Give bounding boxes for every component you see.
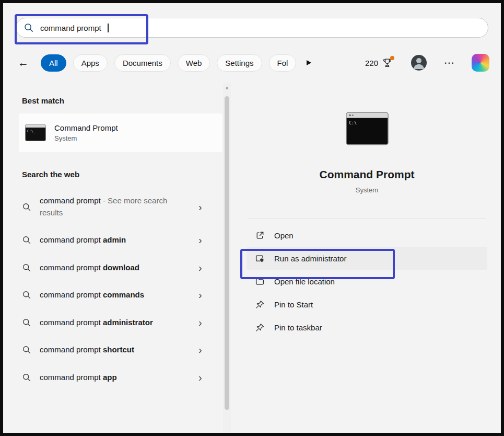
filter-tab-apps[interactable]: Apps	[73, 54, 108, 72]
filter-tab-settings[interactable]: Settings	[217, 54, 262, 72]
action-label: Open file location	[274, 277, 335, 286]
action-list: Open Run as administrator Open file loca…	[247, 224, 487, 339]
action-run-as-administrator[interactable]: Run as administrator	[247, 247, 487, 270]
chevron-right-icon[interactable]: ›	[198, 345, 204, 355]
suggestion-text: command prompt admin	[40, 234, 190, 246]
action-label: Pin to Start	[274, 300, 313, 309]
suggestion-text: command prompt commands	[40, 289, 190, 301]
search-input[interactable]: command prompt	[40, 24, 101, 32]
best-match-subtitle: System	[54, 134, 118, 142]
suggestion-text: command prompt shortcut	[40, 344, 190, 356]
best-match-header: Best match	[22, 96, 219, 105]
more-filters-icon[interactable]	[305, 59, 312, 66]
chevron-right-icon[interactable]: ›	[198, 235, 204, 245]
scrollbar: ∧	[223, 83, 231, 433]
suggestion-text: command prompt app	[40, 372, 190, 384]
search-icon	[22, 290, 31, 300]
chevron-right-icon[interactable]: ›	[198, 317, 204, 328]
search-suggestion[interactable]: command prompt - See more search results…	[19, 187, 222, 226]
search-suggestion[interactable]: command prompt shortcut ›	[19, 336, 222, 364]
search-icon	[22, 235, 31, 245]
rewards-counter[interactable]: 220	[365, 58, 393, 68]
svg-text:C:\: C:\	[349, 120, 357, 125]
best-match-title: Command Prompt	[54, 123, 118, 132]
pin-icon	[255, 323, 265, 332]
text-caret	[108, 24, 109, 32]
suggestion-text: command prompt download	[40, 262, 190, 274]
search-suggestion[interactable]: command prompt commands ›	[19, 281, 222, 309]
rewards-trophy-icon	[382, 58, 393, 68]
open-external-icon	[255, 231, 265, 240]
chevron-right-icon[interactable]: ›	[198, 372, 204, 383]
action-label: Pin to taskbar	[274, 323, 322, 332]
search-icon	[22, 345, 31, 354]
search-window: command prompt ← All Apps Documents Web …	[0, 0, 504, 436]
action-pin-to-start[interactable]: Pin to Start	[247, 293, 487, 316]
scrollbar-thumb[interactable]	[225, 96, 229, 410]
command-prompt-icon: C:\_	[25, 124, 46, 141]
rewards-points: 220	[365, 59, 378, 67]
search-icon	[22, 202, 31, 212]
search-icon	[22, 318, 31, 327]
svg-text:C:\_: C:\_	[27, 129, 36, 133]
action-label: Open	[274, 231, 294, 240]
suggestion-text: command prompt - See more search results	[40, 195, 190, 219]
run-as-admin-icon	[255, 254, 265, 263]
filter-tab-folders[interactable]: Fol	[269, 54, 297, 72]
search-box[interactable]: command prompt	[16, 18, 488, 38]
app-title: Command Prompt	[236, 168, 498, 181]
notification-dot	[390, 56, 394, 60]
search-suggestion[interactable]: command prompt download ›	[19, 254, 222, 282]
search-the-web-header: Search the web	[22, 170, 219, 179]
search-icon	[22, 263, 31, 272]
action-pin-to-taskbar[interactable]: Pin to taskbar	[247, 316, 487, 339]
pin-icon	[255, 300, 265, 309]
copilot-icon[interactable]	[472, 54, 489, 72]
action-open[interactable]: Open	[247, 224, 487, 247]
scrollbar-up-icon[interactable]: ∧	[223, 85, 231, 90]
filter-tab-web[interactable]: Web	[178, 54, 210, 72]
search-icon	[22, 373, 31, 382]
chevron-right-icon[interactable]: ›	[198, 202, 204, 212]
divider	[248, 218, 486, 219]
detail-panel: C:\ Command Prompt System Open Run as ad…	[236, 83, 498, 433]
filter-tab-documents[interactable]: Documents	[114, 54, 171, 72]
best-match-text: Command Prompt System	[54, 123, 118, 142]
results-panel: Best match C:\_ Command Prompt System Se…	[19, 83, 222, 433]
chevron-right-icon[interactable]: ›	[198, 290, 204, 300]
more-options-icon[interactable]: ⋯	[444, 58, 454, 68]
chevron-right-icon[interactable]: ›	[198, 262, 204, 273]
app-subtitle: System	[236, 186, 498, 194]
action-open-file-location[interactable]: Open file location	[247, 270, 487, 293]
search-suggestion[interactable]: command prompt administrator ›	[19, 309, 222, 337]
filter-bar: ← All Apps Documents Web Settings Fol 22…	[18, 52, 489, 73]
filter-tab-all[interactable]: All	[41, 54, 66, 72]
back-button[interactable]: ←	[18, 56, 29, 69]
suggestion-text: command prompt administrator	[40, 317, 190, 329]
best-match-item[interactable]: C:\_ Command Prompt System	[19, 113, 222, 152]
action-label: Run as administrator	[274, 254, 346, 263]
folder-icon	[255, 277, 265, 286]
search-suggestion[interactable]: command prompt app ›	[19, 364, 222, 392]
search-suggestion[interactable]: command prompt admin ›	[19, 226, 222, 254]
command-prompt-icon-large: C:\	[346, 112, 389, 145]
user-avatar[interactable]	[411, 55, 427, 71]
search-icon	[24, 22, 34, 33]
